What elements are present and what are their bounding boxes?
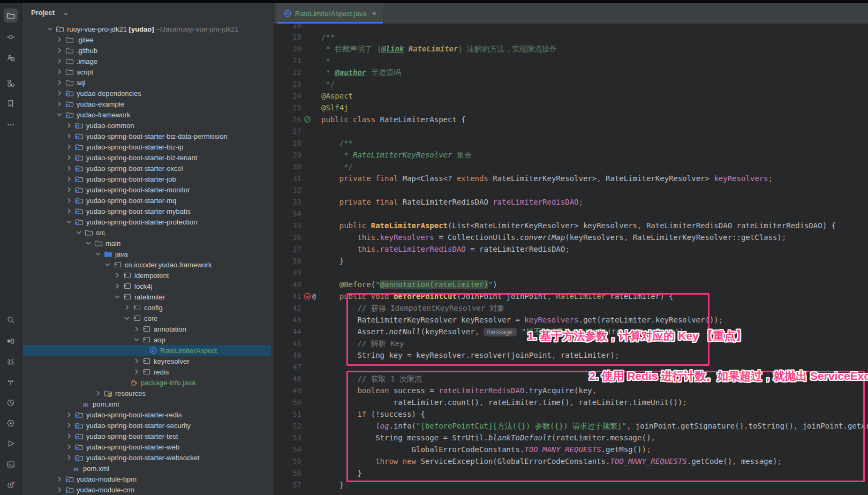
magnifier-icon[interactable] (4, 313, 18, 327)
code-line-25[interactable]: 25@Slf4j (274, 102, 868, 114)
code-line-29[interactable]: 29 * RateLimiterKeyResolver 集合 (274, 149, 868, 161)
tree-item-java[interactable]: java (22, 249, 273, 259)
chevron-down-icon[interactable] (123, 314, 131, 322)
chevron-right-icon[interactable] (65, 421, 73, 430)
chevron-right-icon[interactable] (65, 453, 73, 462)
people-question-icon[interactable]: ? (4, 51, 18, 65)
tree-item-resources[interactable]: resources (22, 388, 273, 399)
squares-icon[interactable] (4, 76, 18, 90)
tree-item-main[interactable]: main (22, 238, 273, 249)
code-line-39[interactable]: 39 (274, 267, 868, 279)
code-line-42[interactable]: 42 // 获得 IdempotentKeyResolver 对象 (274, 302, 868, 314)
tree-item-yudao-spring-boot-starter-biz-ip[interactable]: yudao-spring-boot-starter-biz-ip (22, 141, 273, 152)
chevron-down-icon[interactable] (55, 110, 64, 119)
code-line-34[interactable]: 34 (274, 208, 868, 220)
tree-item-yudao-spring-boot-starter-security[interactable]: yudao-spring-boot-starter-security (22, 420, 273, 431)
code-editor[interactable]: 1819/**20 * 拦截声明了 {@link RateLimiter} 注解… (274, 24, 868, 495)
tree-item-idempotent[interactable]: idempotent (22, 270, 273, 281)
code-line-47[interactable]: 47 (274, 361, 868, 373)
code-line-40[interactable]: 40 @Before("@annotation(rateLimiter)") (274, 279, 868, 290)
code-line-18[interactable]: 18 (274, 24, 868, 31)
commit-icon[interactable] (4, 30, 18, 44)
chevron-right-icon[interactable] (55, 35, 64, 44)
tree-item-yudao-spring-boot-starter-excel[interactable]: yudao-spring-boot-starter-excel (22, 163, 273, 174)
chevron-right-icon[interactable] (55, 89, 64, 98)
tree-item-redis[interactable]: redis (22, 366, 273, 377)
code-line-21[interactable]: 21 * (274, 55, 868, 66)
code-line-24[interactable]: 24@Aspect (274, 90, 868, 102)
chevron-down-icon[interactable] (94, 250, 102, 258)
chevron-right-icon[interactable] (132, 368, 141, 376)
chevron-right-icon[interactable] (65, 410, 73, 419)
chevron-right-icon[interactable] (65, 196, 73, 205)
bookmark-icon[interactable] (4, 96, 18, 110)
tree-item-yudao-spring-boot-starter-websocket[interactable]: yudao-spring-boot-starter-websocket (22, 452, 273, 463)
tree-item-package-info-java[interactable]: package-info.java (22, 377, 273, 388)
code-line-28[interactable]: 28 /** (274, 137, 868, 149)
tree-item-yudao-spring-boot-starter-protection[interactable]: yudao-spring-boot-starter-protection (22, 216, 273, 227)
chevron-right-icon[interactable] (55, 46, 64, 55)
bug-icon[interactable] (4, 355, 18, 369)
project-panel-title[interactable]: Project (31, 9, 55, 17)
pie-chart-icon[interactable] (4, 396, 18, 410)
chevron-down-icon[interactable] (113, 292, 122, 301)
chevron-right-icon[interactable] (65, 175, 73, 183)
tree-item-lock4j[interactable]: lock4j (22, 281, 273, 291)
aspect-gutter-icon[interactable] (303, 114, 320, 125)
chevron-down-icon[interactable] (74, 228, 83, 237)
tree-item-yudao-example[interactable]: yudao-example (22, 99, 273, 109)
tree-item-aop[interactable]: aop (22, 334, 273, 345)
code-line-43[interactable]: 43 RateLimiterKeyResolver keyResolver = … (274, 314, 868, 326)
tree-item--gitee[interactable]: .gitee (22, 34, 273, 45)
close-icon[interactable]: × (372, 10, 376, 17)
tree-item-src[interactable]: src (22, 227, 273, 238)
project-panel-header[interactable]: Project (22, 3, 273, 24)
chevron-down-icon[interactable] (46, 25, 54, 33)
code-line-54[interactable]: 54 GlobalErrorCodeConstants.TOO_MANY_REQ… (274, 444, 868, 455)
tree-item-yudao-spring-boot-starter-job[interactable]: yudao-spring-boot-starter-job (22, 174, 273, 184)
code-line-35[interactable]: 35 public RateLimiterAspect(List<RateLim… (274, 220, 868, 231)
tree-item-ruoyi-vue-pro-jdk21-[interactable]: ruoyi-vue-pro-jdk21 [yudao] ~/Java/ruoyi… (22, 24, 273, 34)
code-line-53[interactable]: 53 String message = StrUtil.blankToDefau… (274, 432, 868, 444)
chevron-right-icon[interactable] (55, 78, 64, 87)
tree-item-yudao-dependencies[interactable]: yudao-dependencies (22, 88, 273, 99)
code-line-31[interactable]: 31 private final Map<Class<? extends Rat… (274, 172, 868, 184)
tree-item-annotation[interactable]: annotation (22, 324, 273, 334)
tree-item-ratelimiteraspect[interactable]: CRateLimiterAspect (22, 345, 273, 356)
tree-item-keyresolver[interactable]: keyresolver (22, 356, 273, 366)
code-line-41[interactable]: 41m@ public void beforePointCut(JoinPoin… (274, 290, 868, 302)
asterisk-box-icon[interactable]: ✱ (4, 334, 18, 348)
chevron-right-icon[interactable] (113, 271, 122, 280)
chevron-right-icon[interactable] (132, 325, 141, 333)
code-line-38[interactable]: 38 } (274, 255, 868, 267)
tree-item-config[interactable]: config (22, 302, 273, 313)
code-line-27[interactable]: 27 (274, 125, 868, 137)
code-line-56[interactable]: 56 } (274, 467, 868, 479)
code-line-20[interactable]: 20 * 拦截声明了 {@link RateLimiter} 注解的方法，实现限… (274, 43, 868, 55)
tree-item-yudao-spring-boot-starter-mq[interactable]: yudao-spring-boot-starter-mq (22, 195, 273, 206)
tree-item--github[interactable]: .github (22, 45, 273, 56)
tree-item-pom-xml[interactable]: mpom.xml (22, 463, 273, 474)
terminal-icon[interactable] (4, 458, 18, 471)
tree-item-core[interactable]: core (22, 313, 273, 324)
chevron-right-icon[interactable] (65, 432, 73, 440)
code-line-50[interactable]: 50 rateLimiter.count(), rateLimiter.time… (274, 396, 868, 408)
tree-item-yudao-common[interactable]: yudao-common (22, 120, 273, 131)
hammer-icon[interactable] (4, 375, 18, 389)
tree-item-yudao-framework[interactable]: yudao-framework (22, 109, 273, 120)
tree-item-yudao-module-bpm[interactable]: yudao-module-bpm (22, 474, 273, 484)
chevron-right-icon[interactable] (55, 57, 64, 65)
tree-item-pom-xml[interactable]: mpom.xml (22, 399, 273, 409)
folder-icon[interactable] (4, 9, 18, 22)
code-line-44[interactable]: 44 Assert.notNull(keyResolver, message: … (274, 326, 868, 338)
tree-item-yudao-spring-boot-starter-biz-tenant[interactable]: yudao-spring-boot-starter-biz-tenant (22, 152, 273, 163)
code-line-48[interactable]: 48 // 获取 1 次限流 (274, 373, 868, 385)
code-line-49[interactable]: 49 boolean success = rateLimiterRedisDAO… (274, 385, 868, 396)
chevron-right-icon[interactable] (123, 303, 131, 312)
code-line-30[interactable]: 30 */ (274, 161, 868, 172)
code-line-36[interactable]: 36 this.keyResolvers = CollectionUtils.c… (274, 231, 868, 243)
tree-item-ratelimiter[interactable]: ratelimiter (22, 291, 273, 302)
advice-gutter-icon[interactable]: m@ (303, 290, 320, 302)
chevron-down-icon[interactable] (132, 335, 141, 344)
code-line-22[interactable]: 22 * @author 芋道源码 (274, 66, 868, 78)
